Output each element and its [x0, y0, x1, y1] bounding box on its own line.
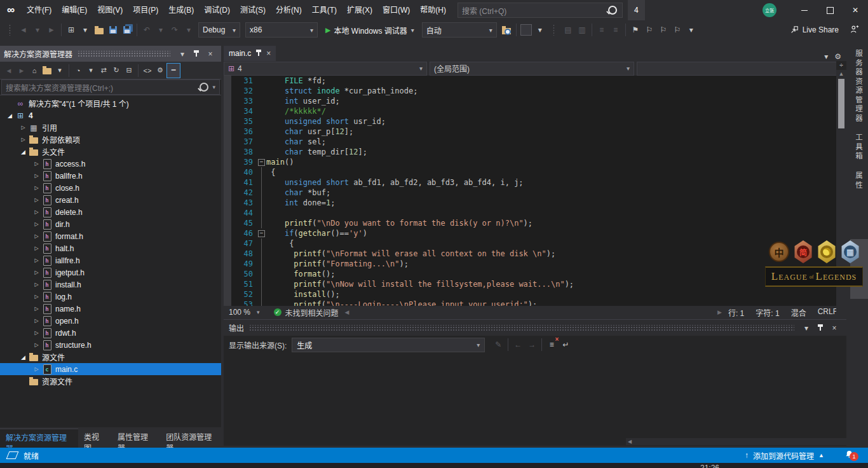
splitter-handle[interactable]: ÷ [836, 61, 846, 70]
tree-item-[interactable]: ◢头文件 [0, 146, 221, 158]
search-options-dropdown-icon[interactable]: ▾ [212, 84, 215, 90]
goto-next-message-icon[interactable]: → [525, 338, 539, 352]
tree-item-411[interactable]: ∞解决方案"4"(1 个项目/共 1 个) [0, 97, 221, 109]
tree-item-[interactable]: 资源文件 [0, 375, 221, 387]
expand-icon[interactable]: ▷ [32, 197, 41, 203]
previous-bookmark-icon[interactable]: ⚐ [642, 23, 656, 37]
project-scope-dropdown[interactable]: ⊞ 4▾ [224, 62, 427, 76]
type-scope-dropdown[interactable]: (全局范围)▾ [430, 62, 634, 76]
tree-item-creat.h[interactable]: ▷hcreat.h [0, 194, 221, 206]
expand-icon[interactable]: ▷ [32, 342, 41, 348]
preview-selected-items-icon[interactable]: ━ [166, 63, 180, 78]
tree-item-4[interactable]: ◢⊞4 [0, 109, 221, 121]
scroll-left-icon[interactable]: ◀ [345, 309, 349, 315]
menu-item[interactable]: 分析(N) [271, 0, 307, 20]
zoom-dropdown[interactable]: 100 % ▾ [224, 308, 265, 317]
undo-icon[interactable]: ↶ [140, 23, 154, 37]
expand-icon[interactable]: ▷ [32, 306, 41, 312]
scrollbar-thumb[interactable] [838, 79, 844, 128]
redo-dropdown-icon[interactable]: ▾ [182, 23, 196, 37]
search-icon[interactable] [608, 6, 617, 15]
right-tab-属性[interactable]: 属性 [853, 172, 864, 190]
minimize-button[interactable] [792, 0, 817, 20]
output-content[interactable] [224, 354, 846, 437]
window-position-dropdown-icon[interactable]: ▾ [799, 321, 813, 335]
tree-item-log.h[interactable]: ▷hlog.h [0, 291, 221, 303]
expand-icon[interactable]: ▷ [32, 294, 41, 299]
notifications-button[interactable]: 1 [844, 450, 854, 461]
open-folder-icon[interactable] [92, 23, 106, 37]
menu-item[interactable]: 扩展(X) [342, 0, 377, 20]
search-messages-icon[interactable]: ✎ [491, 338, 505, 352]
menu-item[interactable]: 测试(S) [235, 0, 271, 20]
expand-icon[interactable]: ▷ [32, 330, 41, 336]
collapse-icon[interactable]: ◢ [18, 354, 28, 361]
tree-item-rdwt.h[interactable]: ▷hrdwt.h [0, 327, 221, 339]
tree-item-format.h[interactable]: ▷hformat.h [0, 230, 221, 242]
save-all-icon[interactable] [120, 23, 134, 37]
char-indicator[interactable]: 字符: 1 [756, 307, 779, 318]
document-health-icon[interactable]: ✓ [274, 308, 281, 316]
user-avatar[interactable]: 立张 [763, 3, 776, 17]
expand-icon[interactable]: ▷ [18, 125, 28, 130]
tree-item-igetput.h[interactable]: ▷higetput.h [0, 266, 221, 279]
expand-icon[interactable]: ▷ [32, 270, 41, 275]
bookmark-icon[interactable]: ⚑ [628, 23, 642, 37]
new-item-icon[interactable]: ⊞ [64, 23, 78, 37]
restore-button[interactable] [817, 0, 843, 20]
output-horizontal-scrollbar[interactable]: ◀ [626, 438, 852, 445]
start-debugging-button[interactable]: ▶ 本地 Windows 调试器 ▾ [323, 23, 417, 37]
menu-item[interactable]: 工具(T) [307, 0, 342, 20]
menu-item[interactable]: 项目(P) [128, 0, 163, 20]
menu-item[interactable]: 文件(F) [22, 0, 57, 20]
dotted-separator[interactable] [547, 23, 561, 37]
quick-launch-search-input[interactable]: 搜索 (Ctrl+Q) [458, 3, 623, 18]
navigate-forward-icon[interactable]: ► [44, 23, 58, 37]
new-item-dropdown-icon[interactable]: ▾ [78, 23, 92, 37]
tree-item-dir.h[interactable]: ▷hdir.h [0, 218, 221, 230]
tree-item-ballfre.h[interactable]: ▷hballfre.h [0, 170, 221, 182]
tree-item-main.c[interactable]: ▷cmain.c [0, 363, 221, 375]
expand-icon[interactable]: ▷ [32, 366, 41, 372]
search-icon[interactable] [200, 83, 208, 92]
refresh-icon[interactable]: ↻ [110, 64, 123, 78]
menu-item[interactable]: 窗口(W) [377, 0, 415, 20]
expand-icon[interactable]: ▷ [32, 173, 41, 179]
navigate-backward-icon[interactable]: ◄ [17, 23, 31, 37]
increase-indent-icon[interactable]: ≡ [609, 23, 623, 37]
back-icon[interactable]: ◄ [3, 64, 15, 78]
view-code-icon[interactable]: <> [141, 64, 154, 78]
close-icon[interactable]: × [266, 49, 271, 58]
window-position-dropdown-icon[interactable]: ▾ [175, 47, 189, 61]
overflow-dropdown-icon[interactable]: ▾ [684, 23, 698, 37]
vertical-scrollbar[interactable]: ÷ ▲ ▼ [836, 61, 846, 352]
platform-dropdown[interactable]: x86▾ [245, 22, 318, 38]
expand-icon[interactable]: ▷ [32, 233, 41, 239]
tree-item-install.h[interactable]: ▷hinstall.h [0, 279, 221, 291]
feedback-icon[interactable] [850, 25, 859, 36]
close-icon[interactable]: × [203, 47, 217, 61]
expand-icon[interactable]: ▷ [18, 137, 28, 142]
expand-icon[interactable]: ▷ [32, 318, 41, 324]
editor-settings-gear-icon[interactable]: ⚙ [834, 52, 841, 61]
configuration-dropdown[interactable]: Debug▾ [198, 22, 240, 38]
menu-item[interactable]: 视图(V) [92, 0, 128, 20]
properties-icon[interactable]: ⚙ [154, 64, 166, 78]
menu-item[interactable]: 编辑(E) [57, 0, 92, 20]
collapse-icon[interactable]: ◢ [5, 113, 15, 119]
encoding-indicator[interactable]: 混合 [791, 307, 806, 318]
scroll-up-icon[interactable]: ▲ [836, 70, 846, 78]
copy-structure-icon[interactable]: ▥ [575, 23, 589, 37]
pin-icon[interactable] [189, 47, 203, 61]
menu-item[interactable]: 调试(D) [199, 0, 235, 20]
tree-item-close.h[interactable]: ▷hclose.h [0, 182, 221, 194]
decrease-indent-icon[interactable]: ≡ [595, 23, 609, 37]
expand-icon[interactable]: ▷ [32, 209, 41, 215]
pending-changes-filter-icon[interactable]: ◔ [72, 64, 85, 78]
close-icon[interactable]: × [827, 321, 841, 335]
document-list-dropdown-icon[interactable]: ▾ [824, 52, 828, 61]
pin-icon[interactable] [813, 321, 827, 335]
collapse-all-icon[interactable]: ⊟ [123, 64, 135, 78]
toolbar-grip[interactable] [3, 23, 17, 37]
tree-item-[interactable]: ◢源文件 [0, 351, 221, 363]
